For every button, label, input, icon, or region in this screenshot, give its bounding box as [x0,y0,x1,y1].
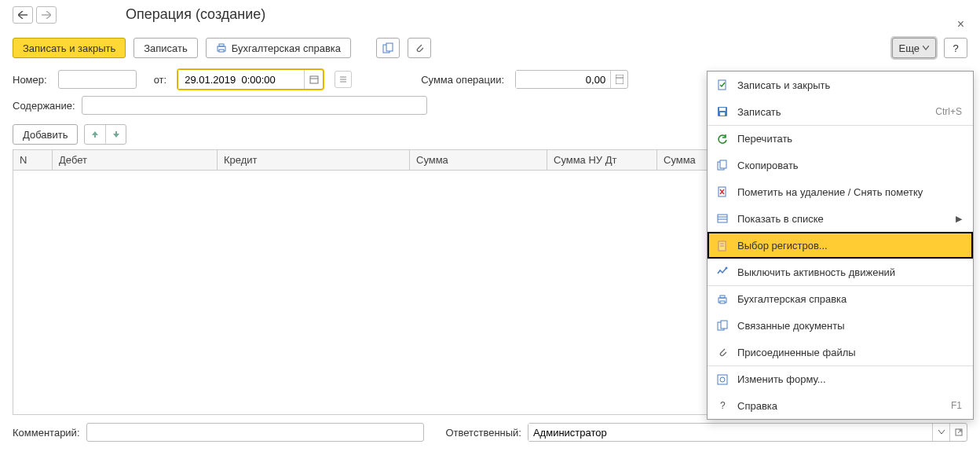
menu-item-9[interactable]: Связанные документы [708,312,973,339]
paperclip-icon [414,42,425,53]
move-up-button[interactable] [85,125,105,144]
menu-item-0[interactable]: Записать и закрыть [708,72,973,98]
refresh-icon [715,134,730,145]
nav-forward-button[interactable] [36,6,57,24]
menu-item-3[interactable]: Скопировать [708,152,973,178]
svg-text:?: ? [720,400,726,411]
comment-input[interactable] [86,423,424,442]
menu-item-label: Записать и закрыть [737,79,962,91]
comment-label: Комментарий: [13,427,80,439]
col-credit[interactable]: Кредит [218,150,410,170]
list-icon [715,213,730,224]
chevron-right-icon: ▶ [956,214,962,224]
menu-item-1[interactable]: ЗаписатьCtrl+S [708,98,973,125]
svg-rect-5 [310,76,318,83]
chevron-down-icon [938,430,945,435]
content-input[interactable] [82,96,427,115]
svg-point-33 [720,377,725,382]
move-down-button[interactable] [105,125,126,144]
svg-rect-4 [386,43,393,51]
nav-back-button[interactable] [13,6,33,24]
menu-item-2[interactable]: Перечитать [708,125,973,152]
calendar-icon [309,75,319,84]
col-sum[interactable]: Сумма [410,150,547,170]
svg-rect-20 [718,215,727,222]
help-button[interactable]: ? [944,38,967,58]
chevron-down-icon [923,46,929,50]
attach-button[interactable] [408,38,431,58]
col-sum-nu-dt[interactable]: Сумма НУ Дт [547,150,657,170]
menu-item-6[interactable]: Выбор регистров... [708,232,973,259]
svg-rect-1 [219,44,224,46]
activity-icon [715,266,730,277]
svg-rect-2 [219,50,224,52]
registers-icon [715,241,730,252]
save-icon [715,106,730,117]
linked-docs-button[interactable] [376,38,400,58]
menu-item-shortcut: F1 [951,400,962,411]
menu-item-12[interactable]: ?СправкаF1 [708,392,973,419]
date-field[interactable] [177,69,324,90]
menu-item-10[interactable]: Присоединенные файлы [708,339,973,365]
date-picker-button[interactable] [304,70,323,89]
save-button[interactable]: Записать [133,38,198,58]
doc-check-icon [715,79,730,90]
svg-rect-16 [720,112,725,116]
sum-label: Сумма операции: [421,74,504,86]
menu-item-5[interactable]: Показать в списке▶ [708,205,973,232]
svg-rect-32 [718,375,727,384]
svg-point-26 [726,267,728,270]
menu-item-label: Выключить активность движений [737,266,962,278]
menu-item-label: Выбор регистров... [737,240,962,252]
menu-item-label: Присоединенные файлы [737,347,962,358]
col-debit[interactable]: Дебет [53,150,218,170]
menu-item-4[interactable]: Пометить на удаление / Снять пометку [708,178,973,205]
sum-input[interactable] [516,71,610,88]
svg-rect-15 [719,108,726,111]
arrow-up-icon [91,130,99,138]
list-small-icon [339,75,347,83]
menu-item-label: Пометить на удаление / Снять пометку [737,186,962,198]
arrow-left-icon [18,11,27,19]
report-button[interactable]: Бухгалтерская справка [206,38,351,58]
more-button[interactable]: Еще [892,38,936,58]
menu-item-label: Бухгалтерская справка [737,293,962,305]
date-input[interactable] [178,70,304,89]
arrow-right-icon [42,11,51,19]
printer-icon [216,42,227,53]
svg-rect-28 [720,296,725,298]
linked-icon [715,320,730,331]
copy-icon [715,160,730,171]
svg-rect-13 [719,80,726,90]
responsible-input[interactable] [528,424,932,441]
menu-item-label: Изменить форму... [737,373,962,385]
help-icon: ? [953,42,958,54]
open-icon [955,428,963,436]
menu-item-label: Справка [737,400,943,412]
menu-item-label: Перечитать [737,133,962,145]
close-button[interactable]: × [957,17,964,31]
col-n[interactable]: N [13,150,53,170]
more-menu: Записать и закрытьЗаписатьCtrl+SПеречита… [707,71,974,420]
calculator-button[interactable] [610,71,627,88]
number-input[interactable] [58,70,137,89]
report-button-label: Бухгалтерская справка [232,42,341,54]
menu-item-7[interactable]: Выключить активность движений [708,259,973,285]
date-extra-button[interactable] [335,71,352,88]
print-icon [715,294,730,305]
menu-item-label: Показать в списке [737,213,948,225]
form-icon [715,374,730,385]
svg-rect-18 [720,160,726,168]
menu-item-shortcut: Ctrl+S [935,106,962,117]
responsible-dropdown-button[interactable] [932,424,949,441]
more-button-label: Еще [899,42,920,54]
add-row-button[interactable]: Добавить [13,124,78,145]
svg-rect-29 [720,301,725,303]
responsible-open-button[interactable] [949,424,967,441]
linked-docs-icon [382,42,393,53]
menu-item-11[interactable]: Изменить форму... [708,365,973,392]
save-and-close-button[interactable]: Записать и закрыть [13,38,126,58]
number-label: Номер: [13,74,47,86]
menu-item-8[interactable]: Бухгалтерская справка [708,285,973,312]
responsible-label: Ответственный: [446,427,521,439]
